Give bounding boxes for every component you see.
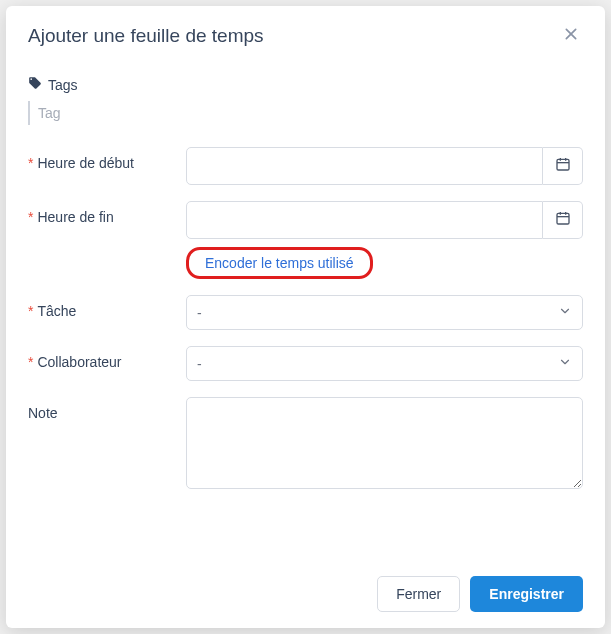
task-select[interactable]: - (186, 295, 583, 330)
required-mark: * (28, 155, 33, 171)
svg-rect-6 (557, 213, 569, 224)
end-time-picker-button[interactable] (543, 201, 583, 239)
chevron-down-icon (558, 355, 572, 372)
label-task: *Tâche (28, 295, 186, 319)
close-button[interactable] (559, 24, 583, 48)
modal-dialog: Ajouter une feuille de temps Tags (6, 6, 605, 628)
svg-rect-2 (557, 159, 569, 170)
encode-link-wrap: Encoder le temps utilisé (186, 247, 583, 279)
start-time-picker-button[interactable] (543, 147, 583, 185)
collaborator-selected-value: - (197, 356, 202, 372)
save-button[interactable]: Enregistrer (470, 576, 583, 612)
tags-header: Tags (28, 76, 583, 93)
end-time-input[interactable] (186, 201, 543, 239)
chevron-down-icon (558, 304, 572, 321)
tag-input-wrap (28, 101, 583, 125)
encode-time-link[interactable]: Encoder le temps utilisé (205, 255, 354, 271)
required-mark: * (28, 209, 33, 225)
label-collaborator: *Collaborateur (28, 346, 186, 370)
close-footer-button[interactable]: Fermer (377, 576, 460, 612)
start-time-input[interactable] (186, 147, 543, 185)
modal-footer: Fermer Enregistrer (6, 560, 605, 628)
row-collaborator: *Collaborateur - (28, 346, 583, 381)
tags-label: Tags (48, 77, 78, 93)
row-end-time: *Heure de fin Encoder le temps (28, 201, 583, 279)
encode-link-highlight: Encoder le temps utilisé (186, 247, 373, 279)
row-note: Note (28, 397, 583, 489)
tag-input[interactable] (38, 101, 583, 125)
calendar-icon (555, 156, 571, 176)
calendar-icon (555, 210, 571, 230)
tags-section: Tags (28, 76, 583, 125)
tag-icon (28, 76, 42, 93)
label-note: Note (28, 397, 186, 421)
row-task: *Tâche - (28, 295, 583, 330)
note-textarea[interactable] (186, 397, 583, 489)
row-start-time: *Heure de début (28, 147, 583, 185)
close-icon (563, 26, 579, 46)
task-selected-value: - (197, 305, 202, 321)
modal-body: Tags *Heure de début (6, 66, 605, 560)
required-mark: * (28, 354, 33, 370)
collaborator-select[interactable]: - (186, 346, 583, 381)
modal-header: Ajouter une feuille de temps (6, 6, 605, 66)
modal-title: Ajouter une feuille de temps (28, 25, 264, 47)
label-start-time: *Heure de début (28, 147, 186, 171)
label-end-time: *Heure de fin (28, 201, 186, 225)
required-mark: * (28, 303, 33, 319)
